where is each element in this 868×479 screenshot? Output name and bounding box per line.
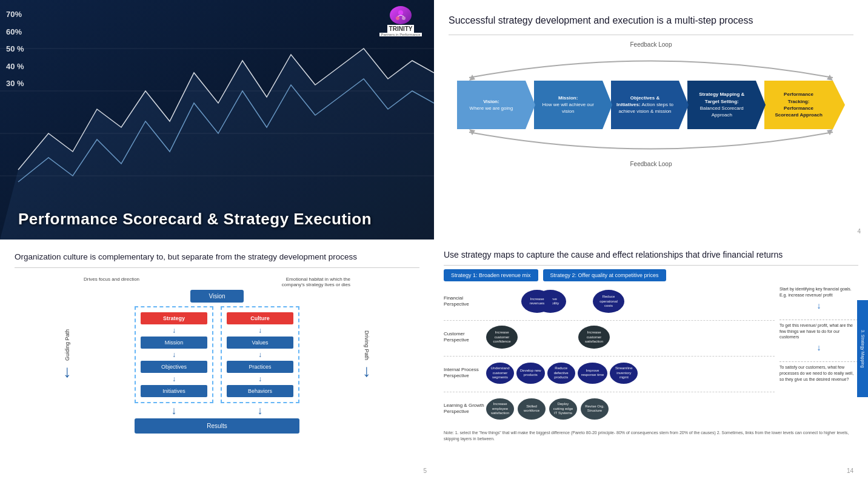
node-increase-customer-confidence: Increasecustomerconfidence [486,326,518,349]
side-note-2: To get this revenue/ profit, what are th… [780,323,858,354]
feedback-loop-top: Feedback Loop [449,41,853,48]
chart-label-50: 50 % [6,41,24,58]
vision-box: Vision [190,290,243,303]
node-improve-response: Improveresponse time [578,363,608,384]
arrow-down-3: ↓ [172,375,176,383]
slide4-title: Use strategy maps to capture the cause a… [444,249,795,260]
customer-row: CustomerPerspective Increasecustomerconf… [444,322,775,352]
slide-4: 3. Strategy Mapping Use strategy maps to… [434,240,868,479]
node-reduce-operational-costs: Reduceoperationalcosts [593,290,624,313]
node-increase-revenues: Increaserevenues [521,290,553,313]
node-deploy-it: Deploycutting edgeIT Systems [549,398,577,420]
objectives-box: Objectives [141,361,207,373]
slide2-title: Successful strategy development and exec… [449,15,824,27]
note-emotional: Emotional habitat in which the company's… [265,276,350,287]
svg-point-6 [396,16,399,20]
strategy-box: Strategy [141,312,207,324]
side-note-3: To satisfy our customers, what few proce… [780,364,858,382]
note-drives: Drives focus and direction [84,276,156,287]
financial-label: FinancialPerspective [444,295,486,308]
culture-column: Culture ↓ Values ↓ Practices ↓ Behaviors [221,306,299,403]
stock-chart [0,0,434,240]
step-strategy-mapping: Strategy Mapping &Target Setting:Balance… [687,81,756,129]
bottom-arrow-left: ↓ [135,404,213,417]
strategy-map-container: FinancialPerspective Improveprofitabilit… [444,286,858,427]
results-box: Results [135,418,299,434]
arrow-down-1: ↓ [172,326,176,335]
slide-2: Successful strategy development and exec… [434,0,868,240]
logo-name: TRINITY [387,25,415,33]
logo-subtitle: Partners in Performance [379,33,421,36]
slide-1: 70% 60% 50 % 40 % 30 % TRINITY Partners … [0,0,434,240]
step-performance: PerformanceTracking:PerformanceScorecard… [764,81,833,129]
slide4-note: Note: 1. select the "few things" that wi… [444,430,858,442]
strategy-column: Strategy ↓ Mission ↓ Objectives ↓ Initia… [135,306,213,403]
slide4-divider [444,265,858,266]
learning-growth-row: Learning & GrowthPerspective Increaseemp… [444,394,775,424]
chart-label-30: 30 % [6,75,24,93]
slide2-divider [449,35,853,35]
arrow-down-2: ↓ [172,350,176,359]
side-divider-1 [780,320,858,320]
svg-line-8 [398,15,401,16]
step-objectives: Objectives &Initiatives: Action steps to… [611,81,679,129]
slide3-page-num: 5 [423,467,427,474]
logo-icon [390,6,412,24]
financial-row: FinancialPerspective Improveprofitabilit… [444,286,775,317]
feedback-loop-bottom: Feedback Loop [449,161,853,167]
strategy-tab-1: Strategy 1: Broaden revenue mix [444,269,538,281]
strategy-tabs: Strategy 1: Broaden revenue mix Strategy… [444,269,858,281]
mission-box: Mission [141,337,207,349]
arrow-down-5: ↓ [258,350,262,359]
strategy-map-main: FinancialPerspective Improveprofitabilit… [444,286,775,427]
strategy-mapping-sidebar: 3. Strategy Mapping [857,300,868,397]
svg-point-7 [402,16,406,20]
internal-nodes: Understandcustomersegments Develop newpr… [486,363,775,384]
driving-arrow: ↓ [362,363,371,380]
guiding-arrow: ↓ [63,363,72,380]
node-increase-customer-satisfaction: Increasecustomersatisfaction [578,326,610,349]
strategy-tab-2: Strategy 2: Offer quality at competitive… [543,269,666,281]
slide2-page-num: 4 [857,228,861,235]
learning-label: Learning & GrowthPerspective [444,403,486,415]
node-understand-customer: Understandcustomersegments [486,363,514,384]
step-mission: Mission:How we will achieve our vision [534,81,603,129]
node-reduce-defective: Reducedefectiveproducts [547,363,575,384]
arrow-down-6: ↓ [258,375,262,383]
side-arrow-2: ↓ [780,341,858,354]
internal-process-row: Internal ProcessPerspective Understandcu… [444,358,775,388]
node-streamline-inventory: Streamlineinventorymgmt [610,363,638,384]
node-develop-new-products: Develop newproducts [516,363,545,384]
culture-box: Culture [227,312,293,324]
slide3-title: Organization culture is complementary to… [15,252,378,263]
slide3-divider [15,267,419,268]
practices-box: Practices [227,361,293,373]
slide-3: Organization culture is complementary to… [0,240,434,479]
map-side-notes: Start by identifying key financial goals… [780,286,858,427]
side-divider-2 [780,361,858,362]
feedback-curve-top [457,50,845,81]
chart-label-70: 70% [6,6,24,24]
chart-label-40: 40 % [6,58,24,76]
svg-line-9 [401,15,404,16]
learning-nodes: Increaseemployeesatisfaction Skilledwork… [486,398,775,420]
customer-nodes: Increasecustomerconfidence Increasecusto… [486,326,775,349]
side-arrow-1: ↓ [780,300,858,312]
initiatives-box: Initiatives [141,385,207,397]
svg-point-5 [398,10,403,15]
customer-label: CustomerPerspective [444,331,486,344]
trinity-logo: TRINITY Partners in Performance [376,6,425,36]
chart-label-60: 60% [6,24,24,41]
step-vision: Vision:Where we are going [457,81,526,129]
behaviors-box: Behaviors [227,385,293,397]
values-box: Values [227,337,293,349]
internal-label: Internal ProcessPerspective [444,367,486,380]
slide4-page-num: 14 [847,467,853,474]
node-increase-employee: Increaseemployeesatisfaction [486,398,514,420]
slide1-title: Performance Scorecard & Strategy Executi… [18,210,372,229]
side-note-1: Start by identifying key financial goals… [780,286,858,312]
bottom-arrow-right: ↓ [221,404,299,417]
node-skilled-workforce: Skilledworkforce [518,398,546,420]
chart-labels: 70% 60% 50 % 40 % 30 % [6,6,24,93]
financial-nodes: Improveprofitability Increaserevenues Re… [486,290,775,313]
